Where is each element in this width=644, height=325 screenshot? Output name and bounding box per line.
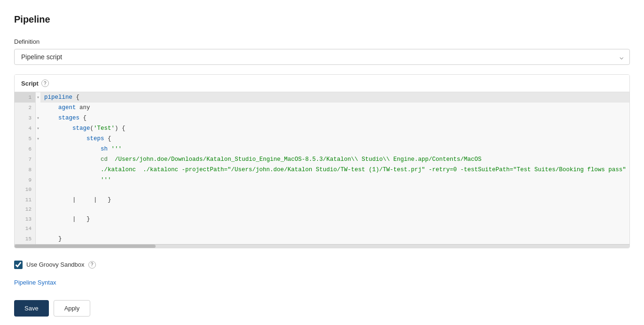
line-number: 12 — [15, 205, 36, 214]
line-number: 4 — [15, 123, 36, 134]
code-line: 11 | | } — [15, 195, 629, 205]
pipeline-syntax-link[interactable]: Pipeline Syntax — [14, 279, 56, 286]
line-content: | } — [40, 214, 629, 224]
line-number: 11 — [15, 195, 36, 205]
line-content: pipeline { — [40, 92, 629, 103]
line-fold-icon — [36, 214, 40, 224]
line-fold-icon — [36, 234, 40, 244]
code-editor[interactable]: 1▾pipeline {2 agent any3▾ stages {4▾ sta… — [15, 92, 629, 248]
line-fold-icon — [36, 205, 40, 214]
line-content: } — [40, 234, 629, 244]
code-line: 5▾ steps { — [15, 134, 629, 144]
line-content: cd /Users/john.doe/Downloads/Katalon_Stu… — [40, 154, 629, 165]
script-help-icon[interactable]: ? — [41, 79, 49, 87]
script-label: Script — [21, 80, 39, 87]
definition-label: Definition — [14, 38, 630, 45]
code-line: 7 cd /Users/john.doe/Downloads/Katalon_S… — [15, 154, 629, 165]
line-number: 2 — [15, 103, 36, 113]
line-fold-icon — [36, 103, 40, 113]
line-number: 1 — [15, 92, 36, 103]
line-fold-icon — [36, 195, 40, 205]
line-fold-icon — [36, 144, 40, 154]
line-content: stage('Test') { — [40, 123, 629, 134]
code-line: 2 agent any — [15, 103, 629, 113]
line-number: 15 — [15, 234, 36, 244]
line-fold-icon[interactable]: ▾ — [36, 134, 40, 144]
horizontal-scrollbar[interactable] — [15, 244, 629, 248]
line-number: 9 — [15, 175, 36, 185]
line-fold-icon[interactable]: ▾ — [36, 92, 40, 103]
line-number: 13 — [15, 214, 36, 224]
script-section: Script ? 1▾pipeline {2 agent any3▾ stage… — [14, 74, 630, 248]
code-line: 12 — [15, 205, 629, 214]
line-number: 5 — [15, 134, 36, 144]
line-fold-icon[interactable]: ▾ — [36, 113, 40, 123]
line-number: 7 — [15, 154, 36, 165]
code-line: 14 — [15, 224, 629, 234]
line-content: stages { — [40, 113, 629, 123]
line-fold-icon — [36, 165, 40, 175]
groovy-sandbox-row: Use Groovy Sandbox ? — [14, 261, 630, 269]
line-content — [40, 205, 629, 214]
code-line: 1▾pipeline { — [15, 92, 629, 103]
line-number: 10 — [15, 185, 36, 195]
line-content: ./katalonc ./katalonc -projectPath="/Use… — [40, 165, 629, 175]
line-content: steps { — [40, 134, 629, 144]
code-line: 10 — [15, 185, 629, 195]
definition-dropdown[interactable]: Pipeline script Pipeline script from SCM — [14, 49, 630, 65]
line-content — [40, 224, 629, 234]
line-fold-icon — [36, 175, 40, 185]
line-number: 8 — [15, 165, 36, 175]
code-line: 13 | } — [15, 214, 629, 224]
code-line: 3▾ stages { — [15, 113, 629, 123]
groovy-sandbox-checkbox[interactable] — [14, 261, 23, 269]
line-content — [40, 185, 629, 195]
code-line: 6 sh ''' — [15, 144, 629, 154]
line-content: sh ''' — [40, 144, 629, 154]
groovy-sandbox-help-icon[interactable]: ? — [88, 261, 96, 269]
save-button[interactable]: Save — [14, 300, 49, 317]
line-content: | | } — [40, 195, 629, 205]
groovy-sandbox-label: Use Groovy Sandbox — [26, 261, 85, 268]
line-fold-icon — [36, 154, 40, 165]
options-section: Use Groovy Sandbox ? Pipeline Syntax — [14, 256, 630, 295]
line-content: agent any — [40, 103, 629, 113]
line-fold-icon — [36, 185, 40, 195]
code-line: 15 } — [15, 234, 629, 244]
line-number: 14 — [15, 224, 36, 234]
action-buttons: Save Apply — [14, 300, 630, 317]
apply-button[interactable]: Apply — [54, 300, 91, 317]
page-title: Pipeline — [14, 14, 630, 25]
line-number: 3 — [15, 113, 36, 123]
line-number: 6 — [15, 144, 36, 154]
code-line: 8 ./katalonc ./katalonc -projectPath="/U… — [15, 165, 629, 175]
line-fold-icon — [36, 224, 40, 234]
code-line: 4▾ stage('Test') { — [15, 123, 629, 134]
line-fold-icon[interactable]: ▾ — [36, 123, 40, 134]
code-line: 9 ''' — [15, 175, 629, 185]
line-content: ''' — [40, 175, 629, 185]
definition-dropdown-container: Pipeline script Pipeline script from SCM… — [14, 49, 630, 65]
script-header: Script ? — [15, 75, 629, 92]
